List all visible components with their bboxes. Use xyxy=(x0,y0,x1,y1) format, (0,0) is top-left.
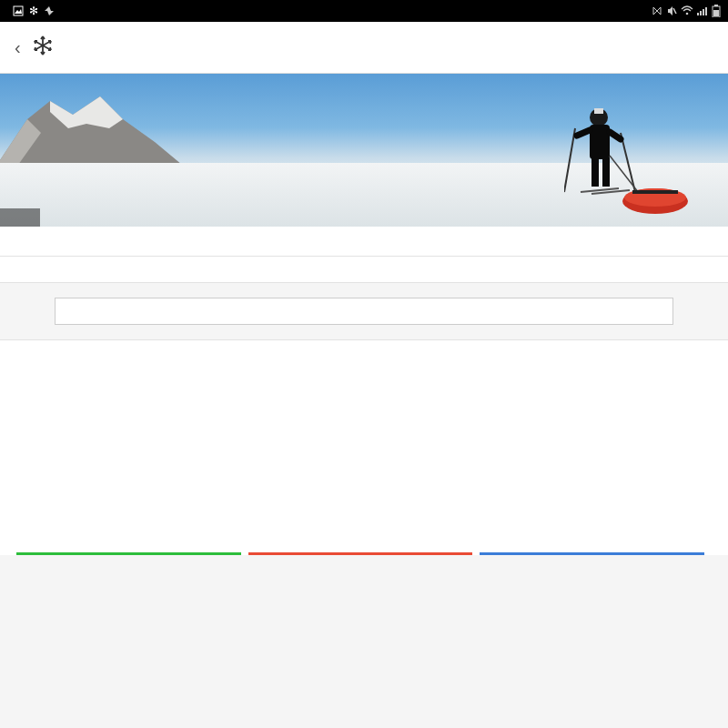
hero-banner xyxy=(0,74,728,227)
battery-icon xyxy=(712,5,721,17)
svg-marker-1 xyxy=(15,9,22,14)
wifi-icon xyxy=(681,5,693,16)
legend-temp xyxy=(248,555,480,571)
svg-line-18 xyxy=(564,128,575,192)
svg-rect-6 xyxy=(700,11,702,15)
svg-rect-11 xyxy=(713,10,719,16)
app-status-icon xyxy=(44,5,55,16)
svg-line-28 xyxy=(610,132,621,139)
svg-rect-21 xyxy=(594,108,603,114)
score-section xyxy=(0,227,728,257)
svg-line-27 xyxy=(577,130,590,136)
svg-rect-8 xyxy=(705,7,707,15)
picture-icon xyxy=(13,5,24,16)
mute-icon xyxy=(666,5,677,16)
back-icon[interactable]: ‹ xyxy=(15,37,21,58)
banner-label xyxy=(0,208,40,227)
svg-rect-5 xyxy=(697,13,699,15)
share-button[interactable] xyxy=(55,298,673,325)
app-header: ‹ xyxy=(0,22,728,74)
monitoring-section xyxy=(0,339,728,555)
nfc-icon xyxy=(652,5,662,16)
svg-rect-24 xyxy=(602,157,610,187)
monitoring-chart xyxy=(16,364,712,555)
snowflake-status-icon: ✻ xyxy=(29,5,38,17)
svg-rect-23 xyxy=(592,157,599,187)
svg-point-4 xyxy=(686,13,689,15)
svg-rect-32 xyxy=(632,190,678,194)
legend-cpu xyxy=(480,555,712,571)
svg-marker-2 xyxy=(45,6,54,15)
svg-rect-7 xyxy=(703,9,704,15)
status-bar: ✻ xyxy=(0,0,728,22)
share-row xyxy=(0,283,728,339)
legend-battery xyxy=(16,555,248,571)
compare-note xyxy=(0,257,728,283)
svg-line-3 xyxy=(673,8,676,14)
chart-legend xyxy=(16,555,712,571)
sled-graphic xyxy=(619,181,692,217)
signal-icon xyxy=(697,5,708,16)
snowflake-logo-icon xyxy=(32,35,54,60)
